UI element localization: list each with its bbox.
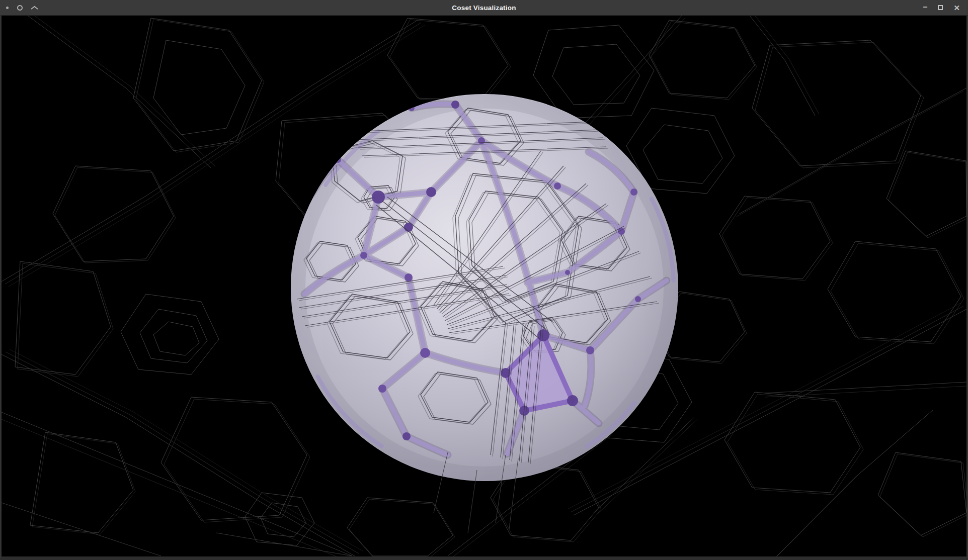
window-controls: – ✕ <box>923 4 960 12</box>
titlebar[interactable]: Coset Visualization – ✕ <box>0 0 968 16</box>
scene-svg <box>2 16 966 556</box>
record-circle-icon[interactable] <box>17 5 23 11</box>
titlebar-left-icons <box>6 5 38 11</box>
maximize-button[interactable] <box>938 5 943 10</box>
window-title: Coset Visualization <box>0 4 968 12</box>
3d-viewport[interactable] <box>0 16 968 560</box>
menu-dot-icon[interactable] <box>6 7 9 9</box>
app-window: Coset Visualization – ✕ <box>0 0 968 560</box>
close-button[interactable]: ✕ <box>953 4 960 12</box>
minimize-button[interactable]: – <box>923 3 928 11</box>
chevron-up-icon[interactable] <box>31 6 38 10</box>
